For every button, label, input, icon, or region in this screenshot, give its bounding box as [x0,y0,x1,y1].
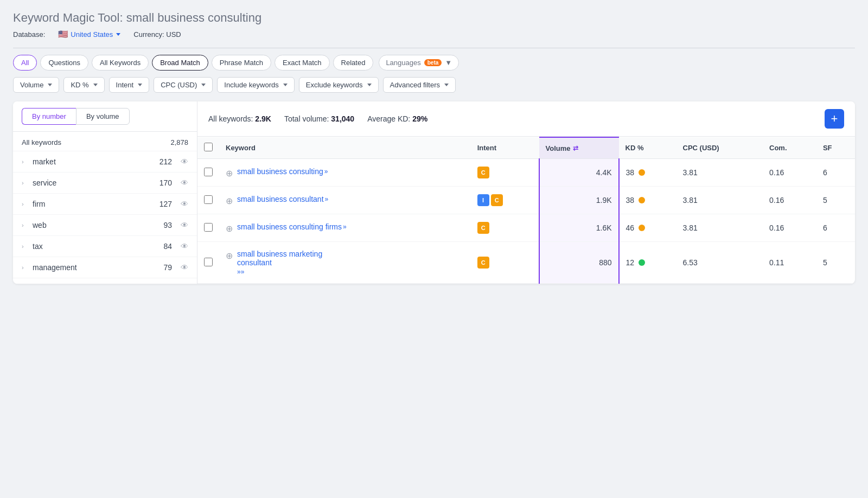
flag-icon: 🇺🇸 [58,29,68,39]
row-checkbox[interactable] [204,168,213,176]
com-column-header: Com. [763,137,816,159]
filter-include-keywords[interactable]: Include keywords [217,77,294,93]
database-value: United States [71,30,113,39]
keyword-cell: ⊕ small business consulting » [219,159,471,187]
row-checkbox[interactable] [204,223,213,232]
table-stats-row: All keywords: 2.9K Total volume: 31,040 … [197,101,855,137]
tab-related[interactable]: Related [333,55,374,71]
languages-button[interactable]: Languages beta ▼ [379,55,459,71]
sf-cell: 6 [816,214,855,242]
com-cell: 0.16 [763,187,816,214]
sidebar-item-count: 93 [163,221,172,229]
intent-badge-c: C [477,167,489,178]
volume-column-header[interactable]: Volume ⇄ [539,137,619,159]
eye-icon[interactable]: 👁 [181,221,188,229]
intent-column-header: Intent [471,137,539,159]
cpc-column-header: CPC (USD) [676,137,763,159]
chevron-down-icon: ▼ [445,59,452,67]
chevron-down-icon [444,84,449,86]
kd-cell: 46 [619,214,676,242]
tab-all[interactable]: All [13,55,37,71]
eye-icon[interactable]: 👁 [181,200,188,208]
tab-broad-match[interactable]: Broad Match [152,55,208,71]
intent-cell: I C [471,187,539,214]
row-checkbox[interactable] [204,258,213,266]
kd-dot-green [639,259,645,266]
header-divider [13,48,855,48]
sidebar-item-management[interactable]: › management 79 👁 [13,257,197,278]
chevron-right-icon: › [22,243,28,250]
chevron-down-icon [138,84,142,86]
keyword-link[interactable]: small business consultant [237,195,324,203]
row-checkbox[interactable] [204,195,213,204]
volume-cell: 1.6K [539,214,619,242]
intent-cell: C [471,214,539,242]
sidebar-item-tax[interactable]: › tax 84 👁 [13,236,197,257]
keyword-cell: ⊕ small business consultant » [219,187,471,214]
add-button[interactable]: + [825,109,844,129]
keyword-arrows: » [325,195,329,203]
filter-intent[interactable]: Intent [109,77,150,93]
add-keyword-icon[interactable]: ⊕ [226,224,233,234]
sidebar-item-label: firm [33,200,155,208]
total-volume-stat: Total volume: 31,040 [284,114,354,123]
title-query: small business consulting [126,11,261,24]
select-all-checkbox[interactable] [204,143,213,151]
chevron-down-icon [93,84,98,86]
volume-cell: 880 [539,242,619,284]
keyword-arrows: » [343,223,347,231]
keyword-link[interactable]: small business consulting [237,167,323,176]
filter-cpc[interactable]: CPC (USD) [154,77,213,93]
keyword-cell: ⊕ small business consulting firms » [219,214,471,242]
cpc-cell: 3.81 [676,187,763,214]
table-row: ⊕ small business consultant » [197,187,855,214]
add-keyword-icon[interactable]: ⊕ [226,168,233,178]
keyword-arrows: »» [237,268,244,276]
table-row: ⊕ small business consulting » [197,159,855,187]
toggle-by-number[interactable]: By number [22,108,76,125]
database-selector[interactable]: 🇺🇸 United States [58,29,120,39]
tab-exact-match[interactable]: Exact Match [275,55,330,71]
filter-exclude-keywords[interactable]: Exclude keywords [299,77,379,93]
add-keyword-icon[interactable]: ⊕ [226,196,233,206]
sidebar-item-market[interactable]: › market 212 👁 [13,151,197,173]
page-title: Keyword Magic Tool: small business consu… [13,11,855,25]
filter-volume[interactable]: Volume [13,77,59,93]
eye-icon[interactable]: 👁 [181,242,188,251]
tab-questions[interactable]: Questions [40,55,88,71]
beta-badge: beta [424,59,442,66]
toggle-by-volume[interactable]: By volume [76,108,130,125]
tab-all-keywords[interactable]: All Keywords [92,55,149,71]
keyword-cell: ⊕ small business marketing consultant »» [219,242,471,284]
keyword-link[interactable]: small business marketing consultant [237,250,356,267]
sidebar: By number By volume All keywords 2,878 ›… [13,101,197,284]
eye-icon[interactable]: 👁 [181,178,188,187]
sidebar-item-count: 84 [163,242,172,251]
all-keywords-stat: All keywords: 2.9K [208,114,271,123]
languages-label: Languages [386,59,420,67]
tab-phrase-match[interactable]: Phrase Match [212,55,271,71]
chevron-down-icon [283,84,288,86]
kd-cell: 12 [619,242,676,284]
intent-cell: C [471,159,539,187]
add-keyword-icon[interactable]: ⊕ [226,251,233,261]
sidebar-item-service[interactable]: › service 170 👁 [13,173,197,194]
kd-cell: 38 [619,187,676,214]
sidebar-item-web[interactable]: › web 93 👁 [13,215,197,236]
sidebar-item-firm[interactable]: › firm 127 👁 [13,194,197,215]
kd-dot-orange [639,169,645,176]
tabs-row: All Questions All Keywords Broad Match P… [13,55,855,71]
filter-advanced[interactable]: Advanced filters [383,77,456,93]
row-checkbox-cell [197,242,219,284]
intent-badge-c: C [477,257,489,269]
keyword-link[interactable]: small business consulting firms [237,222,342,231]
keyword-arrows: » [324,168,328,175]
sidebar-item-count: 127 [159,200,172,208]
eye-icon[interactable]: 👁 [181,263,188,272]
row-checkbox-cell [197,214,219,242]
intent-cell: C [471,242,539,284]
filter-kd[interactable]: KD % [63,77,104,93]
chevron-right-icon: › [22,180,28,186]
eye-icon[interactable]: 👁 [181,157,188,166]
filters-row: Volume KD % Intent CPC (USD) Include key… [13,77,855,93]
